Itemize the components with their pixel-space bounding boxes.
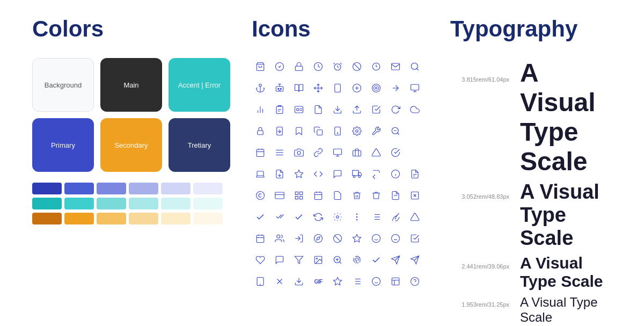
type-scale-sample: A Visual Type Scale — [520, 180, 612, 250]
svg-point-116 — [372, 235, 380, 243]
palette-chip — [97, 183, 126, 194]
icon-explore — [310, 230, 327, 247]
icon-trash — [348, 187, 365, 204]
palette-row-teal — [32, 198, 230, 209]
icon-sparkle — [290, 165, 308, 183]
svg-rect-82 — [295, 197, 298, 199]
icon-gif: GIF — [310, 273, 327, 290]
icon-sync — [310, 208, 327, 226]
icon-phone2 — [329, 122, 346, 140]
icon-file2 — [406, 165, 423, 183]
icon-file3 — [329, 187, 346, 204]
svg-line-5 — [334, 63, 335, 64]
type-scale-label: 3.052rem/48.83px — [450, 193, 509, 200]
icon-refresh — [387, 101, 404, 118]
icon-meh — [387, 230, 404, 247]
icon-empty6 — [406, 144, 423, 161]
svg-rect-20 — [335, 84, 341, 92]
swatch-tertiary-label: Tretiary — [188, 141, 211, 149]
svg-point-98 — [356, 220, 357, 221]
icon-task — [406, 230, 423, 247]
icon-cog — [329, 208, 346, 226]
svg-rect-48 — [335, 127, 341, 135]
svg-point-147 — [411, 278, 419, 286]
icon-alarm — [329, 58, 346, 75]
palette-chip — [161, 198, 191, 209]
icon-check — [252, 208, 269, 226]
icon-smile — [368, 230, 385, 247]
icon-monitor — [406, 79, 423, 97]
icon-triangle2 — [406, 208, 423, 226]
icon-plane — [387, 251, 404, 269]
palette-chip — [129, 198, 158, 209]
icon-settings — [348, 122, 365, 140]
colors-section: Colors Background Main Accent | Error Pr… — [21, 16, 241, 326]
icon-check-circle — [271, 58, 288, 75]
icon-bookmark — [290, 122, 308, 140]
svg-point-125 — [316, 258, 317, 259]
svg-rect-105 — [257, 235, 264, 243]
color-swatches-grid: Background Main Accent | Error Primary S… — [32, 58, 230, 172]
typography-title: Typography — [450, 16, 612, 42]
typography-section: Typography 3.815rem/61.04pxA Visual Type… — [440, 16, 623, 326]
svg-point-96 — [356, 214, 357, 215]
type-scale: 3.815rem/61.04pxA Visual Type Scale3.052… — [450, 58, 612, 326]
svg-point-10 — [411, 63, 418, 69]
icon-download2 — [290, 273, 308, 290]
icon-calendar2 — [310, 187, 327, 204]
svg-marker-112 — [317, 237, 320, 240]
swatch-main-label: Main — [123, 81, 138, 89]
icon-add-circle — [348, 79, 365, 97]
swatch-background-label: Background — [45, 81, 82, 89]
icon-target — [368, 79, 385, 97]
type-scale-row: 2.441rem/39.06pxA Visual Type Scale — [450, 254, 612, 291]
svg-point-15 — [278, 88, 279, 89]
icon-double-check — [271, 208, 288, 226]
svg-point-61 — [297, 151, 301, 155]
svg-point-26 — [374, 86, 379, 91]
icon-cal3 — [252, 230, 269, 247]
icon-arrow-right — [387, 79, 404, 97]
palette-chip — [32, 198, 62, 209]
icon-lock — [290, 58, 308, 75]
icon-device — [252, 273, 269, 290]
icon-no-entry — [271, 273, 288, 290]
icon-copyright — [252, 187, 269, 204]
svg-marker-115 — [353, 235, 361, 242]
swatch-main: Main — [100, 58, 162, 112]
svg-marker-136 — [334, 278, 342, 285]
palette-row-blue — [32, 183, 230, 194]
icon-search2 — [387, 122, 404, 140]
icon-briefcase — [348, 144, 365, 161]
icon-checkbox — [368, 101, 385, 118]
svg-point-97 — [356, 216, 357, 218]
icon-file-text — [310, 101, 327, 118]
svg-line-6 — [340, 63, 341, 64]
icon-user-card — [290, 101, 308, 118]
icon-bar-chart — [252, 101, 269, 118]
icon-dots — [348, 208, 365, 226]
icon-download-box — [329, 101, 346, 118]
icon-laptop — [252, 165, 269, 183]
icons-title: Icons — [252, 16, 429, 42]
svg-rect-83 — [300, 197, 303, 199]
icon-image — [310, 251, 327, 269]
icon-plane2 — [406, 251, 423, 269]
svg-point-95 — [336, 216, 339, 219]
palette-chip — [161, 213, 191, 224]
svg-line-127 — [339, 262, 341, 263]
palette-chip — [193, 213, 223, 224]
palette-chip — [97, 198, 126, 209]
icon-lock2 — [252, 122, 269, 140]
svg-line-8 — [354, 64, 360, 70]
svg-rect-47 — [317, 130, 323, 135]
palette-chip — [64, 183, 94, 194]
type-scale-sample: A Visual Type Scale — [520, 254, 612, 291]
palette-chip — [32, 183, 62, 194]
icon-clipboard — [271, 101, 288, 118]
icon-file-down — [271, 165, 288, 183]
svg-rect-65 — [353, 150, 361, 156]
icon-download-mobile — [271, 122, 288, 140]
icon-trash2 — [368, 187, 385, 204]
icons-grid: GIF — [252, 58, 429, 290]
